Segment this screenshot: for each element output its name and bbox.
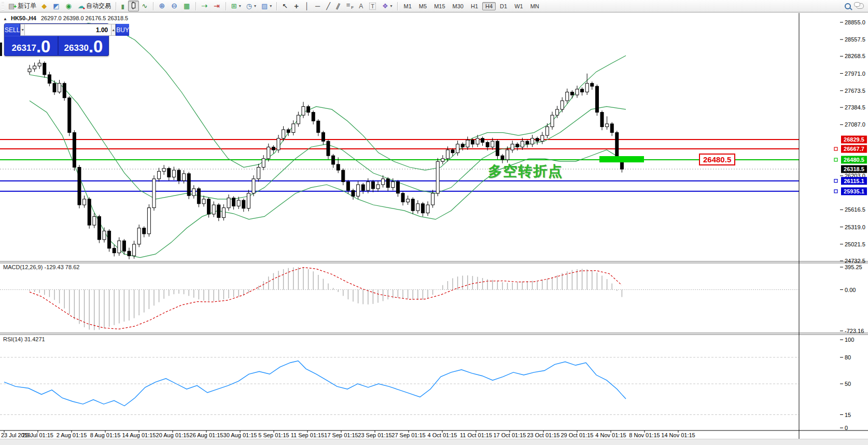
candlestick[interactable] xyxy=(376,185,380,189)
candlestick[interactable] xyxy=(217,205,220,218)
candlestick[interactable] xyxy=(227,198,230,208)
toolbar-cursor-button[interactable]: ↖ xyxy=(280,1,291,11)
toolbar-auto-trading-button[interactable]: ☁●自动交易 xyxy=(76,1,113,11)
candlestick[interactable] xyxy=(158,171,161,179)
timeframe-h4-button[interactable]: H4 xyxy=(482,2,496,10)
timeframe-m1-button[interactable]: M1 xyxy=(401,2,415,10)
candlestick[interactable] xyxy=(531,138,534,144)
candlestick[interactable] xyxy=(337,164,340,170)
timeframe-mn-button[interactable]: MN xyxy=(527,2,542,10)
candlestick[interactable] xyxy=(431,193,435,205)
candlestick[interactable] xyxy=(352,190,355,196)
candlestick[interactable] xyxy=(73,133,76,168)
candlestick[interactable] xyxy=(103,231,106,240)
toolbar-arrow-objects-button[interactable]: ❖▾ xyxy=(380,1,395,11)
candlestick[interactable] xyxy=(566,92,569,101)
dropdown-caret-icon[interactable]: ▾ xyxy=(270,4,272,8)
candlestick[interactable] xyxy=(133,244,136,256)
candlestick[interactable] xyxy=(367,182,370,190)
candlestick[interactable] xyxy=(28,69,31,72)
candlestick[interactable] xyxy=(521,141,524,147)
candlestick[interactable] xyxy=(481,138,484,143)
candlestick[interactable] xyxy=(396,182,399,193)
one-click-collapse-icon[interactable]: ▲ xyxy=(3,17,7,21)
line-handle[interactable] xyxy=(834,190,837,193)
candlestick[interactable] xyxy=(426,205,429,213)
candlestick[interactable] xyxy=(192,189,195,196)
candlestick[interactable] xyxy=(247,193,250,208)
candlestick[interactable] xyxy=(466,140,469,147)
candlestick[interactable] xyxy=(471,140,474,144)
candlestick[interactable] xyxy=(371,182,374,188)
candlestick[interactable] xyxy=(361,185,365,190)
candlestick[interactable] xyxy=(212,205,215,214)
toolbar-grip[interactable] xyxy=(2,2,4,10)
candlestick[interactable] xyxy=(272,147,275,150)
candlestick[interactable] xyxy=(68,98,71,133)
search-icon[interactable] xyxy=(845,3,851,9)
candlestick[interactable] xyxy=(128,251,131,256)
toolbar-chart-shift-button[interactable]: ⇥ xyxy=(212,1,223,11)
candlestick[interactable] xyxy=(595,86,598,112)
candlestick[interactable] xyxy=(167,169,171,177)
candlestick[interactable] xyxy=(486,143,489,147)
candlestick[interactable] xyxy=(282,130,285,138)
candlestick[interactable] xyxy=(147,208,150,234)
candlestick[interactable] xyxy=(118,241,121,253)
candlestick[interactable] xyxy=(177,170,180,180)
toolbar-new-order-button[interactable]: ▤+新订单 xyxy=(6,1,38,11)
toolbar-text-label-button[interactable]: T xyxy=(367,1,379,11)
candlestick[interactable] xyxy=(411,199,414,211)
toolbar-tile-windows-button[interactable]: ▦ xyxy=(181,1,193,11)
toolbar-periods-button[interactable]: ◷▾ xyxy=(244,1,258,11)
candlestick[interactable] xyxy=(516,144,519,147)
timeframe-h1-button[interactable]: H1 xyxy=(468,2,481,10)
toolbar-horizontal-line-button[interactable]: ─ xyxy=(313,1,323,11)
candlestick[interactable] xyxy=(441,159,444,162)
toolbar-templates-button[interactable]: ▨▾ xyxy=(259,1,274,11)
timeframe-m5-button[interactable]: M5 xyxy=(416,2,430,10)
candlestick[interactable] xyxy=(183,174,186,180)
candlestick[interactable] xyxy=(591,84,594,87)
candlestick[interactable] xyxy=(48,75,51,84)
toolbar-bar-chart-button[interactable]: ||| xyxy=(119,1,127,11)
candlestick[interactable] xyxy=(416,204,419,211)
toolbar-indicators-button[interactable]: ⊞▾ xyxy=(229,1,243,11)
candlestick[interactable] xyxy=(97,216,101,240)
toolbar-candlestick-chart-button[interactable] xyxy=(128,1,139,11)
candlestick[interactable] xyxy=(63,84,66,98)
line-handle[interactable] xyxy=(834,179,837,183)
candlestick[interactable] xyxy=(382,179,385,185)
candlestick[interactable] xyxy=(342,170,345,182)
candlestick[interactable] xyxy=(386,179,389,188)
candlestick[interactable] xyxy=(407,199,410,202)
candlestick[interactable] xyxy=(321,133,325,142)
candlestick[interactable] xyxy=(585,84,589,92)
dropdown-caret-icon[interactable]: ▾ xyxy=(254,4,256,8)
candlestick[interactable] xyxy=(501,156,504,160)
toolbar-symbols-button[interactable]: ◆ xyxy=(39,1,50,11)
toolbar-zoom-in-button[interactable]: ⊕ xyxy=(157,1,168,11)
toolbar-line-chart-button[interactable]: ∿ xyxy=(140,1,151,11)
candlestick[interactable] xyxy=(287,130,290,133)
price-callout-box[interactable]: 26480.5 xyxy=(699,154,735,165)
candlestick[interactable] xyxy=(526,141,529,144)
candlestick[interactable] xyxy=(207,199,211,214)
candlestick[interactable] xyxy=(83,199,86,205)
candlestick[interactable] xyxy=(536,138,539,142)
candlestick[interactable] xyxy=(257,168,260,179)
candlestick[interactable] xyxy=(187,174,190,196)
candlestick[interactable] xyxy=(252,179,255,193)
candlestick[interactable] xyxy=(551,115,554,127)
candlestick[interactable] xyxy=(292,124,295,133)
candlestick[interactable] xyxy=(576,89,579,95)
toolbar-auto-scroll-button[interactable]: ⇢ xyxy=(199,1,211,11)
candlestick[interactable] xyxy=(456,144,459,153)
candlestick[interactable] xyxy=(88,199,91,225)
candlestick[interactable] xyxy=(391,182,395,187)
dropdown-caret-icon[interactable]: ▾ xyxy=(239,4,241,8)
candlestick[interactable] xyxy=(541,135,544,141)
volume-increase-button[interactable]: ▲ xyxy=(111,24,116,36)
timeframe-d1-button[interactable]: D1 xyxy=(497,2,510,10)
line-handle[interactable] xyxy=(834,158,837,161)
